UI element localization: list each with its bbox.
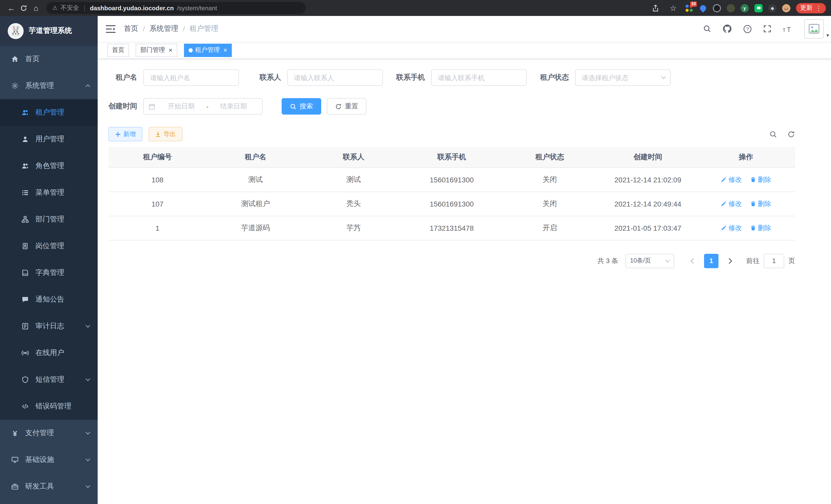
header-search-button[interactable] — [703, 25, 711, 33]
status-select[interactable] — [575, 69, 671, 86]
sidebar-item-menu[interactable]: 菜单管理 — [0, 179, 98, 206]
next-page-button[interactable] — [722, 254, 738, 268]
extension-icon-colordots[interactable]: 10 — [685, 4, 693, 12]
help-button[interactable]: ? — [743, 24, 752, 33]
delete-link[interactable]: 删除 — [750, 199, 771, 208]
sidebar-item-dept[interactable]: 部门管理 — [0, 206, 98, 233]
kebab-menu-icon[interactable]: ⋮ — [815, 4, 822, 11]
hamburger-icon — [106, 24, 116, 33]
chevron-up-icon — [85, 84, 90, 87]
sidebar-item-tenant[interactable]: 租户管理 — [0, 99, 98, 126]
toggle-search-button[interactable] — [769, 130, 777, 138]
share-button[interactable] — [649, 2, 661, 14]
sidebar-item-infrastructure[interactable]: 基础设施 — [0, 446, 98, 473]
browser-reload-button[interactable] — [18, 2, 30, 14]
sidebar-item-error-code[interactable]: 错误码管理 — [0, 393, 98, 420]
code-icon — [21, 403, 29, 410]
extension-icon-green-circle[interactable]: y — [741, 4, 749, 12]
trash-icon — [750, 225, 756, 231]
sidebar-item-label: 研发工具 — [25, 482, 79, 491]
breadcrumb-home[interactable]: 首页 — [124, 24, 138, 33]
tab-home[interactable]: 首页 — [107, 43, 129, 57]
contact-input[interactable] — [287, 69, 383, 86]
add-button[interactable]: 新增 — [109, 127, 142, 141]
fullscreen-button[interactable] — [763, 25, 771, 33]
github-icon — [722, 24, 732, 33]
chevron-down-icon — [85, 378, 90, 381]
sidebar-item-label: 字典管理 — [35, 268, 90, 277]
chrome-update-button[interactable]: 更新 ⋮ — [796, 3, 826, 13]
breadcrumb-system[interactable]: 系统管理 — [149, 24, 178, 33]
sidebar-item-label: 审计日志 — [35, 322, 79, 331]
delete-link[interactable]: 删除 — [750, 223, 771, 233]
github-link[interactable] — [722, 24, 732, 33]
sidebar-item-label: 基础设施 — [25, 455, 79, 465]
chevron-down-icon — [85, 432, 90, 435]
question-icon: ? — [743, 24, 752, 33]
edit-link[interactable]: 修改 — [721, 199, 742, 208]
sidebar-item-online-users[interactable]: 在线用户 — [0, 339, 98, 366]
page-number-1[interactable]: 1 — [704, 254, 718, 268]
prev-page-button[interactable] — [685, 254, 700, 268]
tab-dept[interactable]: 部门管理 × — [136, 43, 177, 57]
table-row: 107 测试租户 秃头 15601691300 关闭 2021-12-14 20… — [109, 191, 795, 216]
tenant-name-input[interactable] — [143, 69, 239, 86]
shield-icon — [21, 376, 29, 383]
sidebar-item-label: 部门管理 — [35, 215, 90, 224]
date-end-placeholder: 结束日期 — [209, 102, 257, 111]
broadcast-icon — [21, 349, 29, 357]
tab-tenant[interactable]: 租户管理 × — [184, 43, 232, 57]
toolbox-icon — [11, 483, 19, 490]
search-icon — [769, 130, 777, 138]
profile-avatar[interactable]: ت — [782, 4, 791, 12]
date-range-picker[interactable]: 开始日期 - 结束日期 — [143, 98, 263, 115]
sidebar-item-label: 首页 — [25, 55, 90, 64]
goto-page-input[interactable] — [764, 254, 784, 268]
browser-back-button[interactable]: ← — [5, 2, 18, 14]
tab-close-icon[interactable]: × — [223, 47, 227, 53]
sidebar-item-dict[interactable]: 字典管理 — [0, 260, 98, 286]
sidebar-item-role[interactable]: 角色管理 — [0, 153, 98, 179]
sidebar-item-sms[interactable]: 短信管理 — [0, 366, 98, 393]
cell-contact: 测试 — [305, 168, 403, 191]
edit-link[interactable]: 修改 — [721, 175, 742, 184]
warning-icon: ⚠ — [52, 5, 58, 11]
sidebar-item-notice[interactable]: 通知公告 — [0, 286, 98, 313]
extension-icon-drop[interactable] — [699, 4, 707, 12]
sidebar-item-label: 菜单管理 — [35, 188, 90, 197]
sidebar-item-home[interactable]: 首页 — [0, 46, 98, 72]
edit-link[interactable]: 修改 — [721, 223, 742, 233]
app-logo[interactable]: 🐰 芋道管理系统 — [0, 16, 98, 46]
sidebar-item-audit-log[interactable]: 审计日志 — [0, 313, 98, 339]
sidebar-item-system[interactable]: 系统管理 — [0, 72, 98, 99]
trash-icon — [750, 201, 756, 207]
refresh-table-button[interactable] — [787, 130, 795, 138]
search-button[interactable]: 搜索 — [282, 98, 321, 115]
extension-icon-ring[interactable] — [713, 4, 721, 12]
trash-icon — [750, 177, 756, 182]
extension-icon-olive[interactable] — [727, 4, 735, 12]
cell-id: 1 — [109, 216, 207, 240]
export-button[interactable]: 导出 — [148, 127, 182, 141]
extension-icon-dark-puzzle[interactable]: ◆ — [768, 4, 776, 12]
goto-label: 前往 — [746, 256, 760, 265]
browser-home-button[interactable]: ⌂ — [30, 2, 42, 14]
sidebar-item-devtools[interactable]: 研发工具 — [0, 473, 98, 500]
address-bar[interactable]: ⚠ 不安全 dashboard.yudao.iocoder.cn/system/… — [46, 2, 306, 14]
phone-input[interactable] — [431, 69, 527, 86]
sidebar-item-payment[interactable]: ¥ 支付管理 — [0, 420, 98, 446]
sidebar-toggle-button[interactable] — [98, 24, 124, 33]
tab-close-icon[interactable]: × — [169, 47, 172, 53]
book-icon — [21, 269, 29, 276]
font-size-button[interactable]: TT — [783, 25, 793, 33]
bookmark-star-button[interactable]: ☆ — [667, 2, 679, 14]
page-size-value: 10条/页 — [630, 256, 651, 265]
extension-icon-wechat-devtool[interactable] — [754, 4, 763, 12]
reset-button[interactable]: 重置 — [327, 98, 366, 115]
delete-link[interactable]: 删除 — [750, 175, 771, 184]
user-avatar[interactable]: ▼ — [804, 19, 824, 38]
page-size-select[interactable]: 10条/页 — [625, 254, 674, 268]
sidebar-item-post[interactable]: 岗位管理 — [0, 233, 98, 260]
sidebar-item-user[interactable]: 用户管理 — [0, 126, 98, 153]
cell-name: 测试 — [207, 168, 305, 191]
